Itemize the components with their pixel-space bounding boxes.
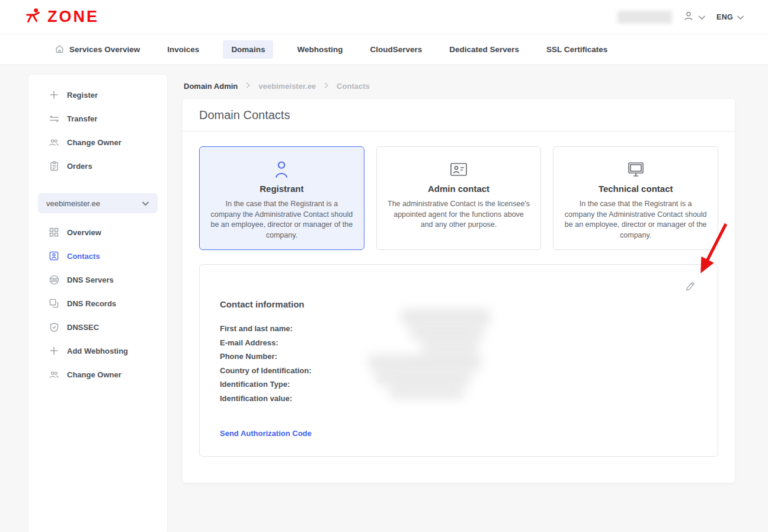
contact-values-redacted xyxy=(369,309,490,400)
sidebar-item-dns-servers[interactable]: DNS DNS Servers xyxy=(28,268,167,291)
domain-contacts-card: Domain Contacts Registrant In the case t… xyxy=(183,99,735,483)
contact-type-title: Registrant xyxy=(210,184,353,194)
svg-text:DNS: DNS xyxy=(51,278,56,281)
nav-label: Webhosting xyxy=(297,45,343,54)
app-header: ZONE ENG xyxy=(0,0,768,34)
sidebar-item-change-owner[interactable]: Change Owner xyxy=(28,130,167,154)
chevron-down-icon xyxy=(142,199,149,208)
contact-type-description: In the case that the Registrant is a com… xyxy=(210,199,353,241)
id-card-icon xyxy=(388,159,530,180)
running-man-icon xyxy=(24,7,43,27)
sidebar-item-label: Contacts xyxy=(67,252,100,261)
sidebar-item-overview[interactable]: Overview xyxy=(28,220,167,244)
contact-type-description: The administrative Contact is the licens… xyxy=(388,199,530,230)
send-authorization-code-link[interactable]: Send Authorization Code xyxy=(220,429,312,438)
language-selector[interactable]: ENG xyxy=(716,12,744,23)
nav-label: Invoices xyxy=(167,45,199,54)
sidebar-item-register[interactable]: Register xyxy=(28,83,167,107)
grid-icon xyxy=(49,227,59,237)
chevron-down-icon xyxy=(737,12,744,23)
nav-ssl-certificates[interactable]: SSL Certificates xyxy=(543,40,611,59)
sidebar-item-label: Overview xyxy=(67,228,101,237)
transfer-icon xyxy=(49,114,59,123)
sidebar-item-add-webhosting[interactable]: Add Webhosting xyxy=(28,339,167,363)
home-icon xyxy=(55,44,65,56)
domain-selector-value: veebimeister.ee xyxy=(46,199,100,208)
monitor-icon xyxy=(564,159,707,180)
user-icon xyxy=(683,10,695,24)
nav-domains[interactable]: Domains xyxy=(223,40,273,59)
contact-type-title: Admin contact xyxy=(388,184,530,194)
shield-check-icon xyxy=(49,322,59,332)
nav-label: CloudServers xyxy=(370,45,422,54)
sidebar-item-label: Change Owner xyxy=(67,370,121,379)
sidebar-item-contacts[interactable]: Contacts xyxy=(28,244,167,268)
sidebar-item-label: Transfer xyxy=(67,114,97,123)
zone-logo[interactable]: ZONE xyxy=(24,7,99,27)
contact-information-panel: Contact information First and last name:… xyxy=(199,264,718,457)
contact-card-icon xyxy=(49,251,59,261)
sidebar-item-dnssec[interactable]: DNSSEC xyxy=(28,315,167,339)
page-title: Domain Contacts xyxy=(183,99,735,132)
contact-type-description: In the case that the Registrant is a com… xyxy=(564,199,707,241)
sidebar-item-label: Change Owner xyxy=(67,138,121,147)
chevron-right-icon xyxy=(324,82,329,91)
contact-type-admin[interactable]: Admin contact The administrative Contact… xyxy=(376,146,542,250)
nav-dedicated-servers[interactable]: Dedicated Servers xyxy=(446,40,523,59)
chevron-down-icon xyxy=(698,12,706,23)
contact-type-title: Technical contact xyxy=(564,184,707,194)
clipboard-icon xyxy=(49,161,59,171)
nav-webhosting[interactable]: Webhosting xyxy=(293,40,346,59)
chevron-right-icon xyxy=(245,82,251,91)
plus-icon xyxy=(49,90,59,100)
logo-wordmark: ZONE xyxy=(47,8,99,26)
edit-pencil-icon[interactable] xyxy=(685,281,695,294)
primary-nav: Services Overview Invoices Domains Webho… xyxy=(0,34,768,65)
sidebar-item-label: DNS Records xyxy=(67,299,116,308)
account-menu[interactable] xyxy=(683,10,706,24)
language-label: ENG xyxy=(716,13,733,21)
nav-label: Services Overview xyxy=(69,45,140,54)
nav-label: SSL Certificates xyxy=(546,45,607,54)
nav-services-overview[interactable]: Services Overview xyxy=(51,39,143,60)
breadcrumb-contacts[interactable]: Contacts xyxy=(337,82,370,91)
people-icon xyxy=(49,370,59,379)
breadcrumb-domain-admin[interactable]: Domain Admin xyxy=(184,82,238,91)
plus-icon xyxy=(49,346,59,355)
nav-label: Domains xyxy=(231,45,265,54)
sidebar-item-change-owner-domain[interactable]: Change Owner xyxy=(28,363,167,386)
sidebar-item-label: DNS Servers xyxy=(67,275,114,284)
sidebar-item-label: DNSSEC xyxy=(67,323,99,332)
nav-invoices[interactable]: Invoices xyxy=(164,40,203,59)
contact-type-technical[interactable]: Technical contact In the case that the R… xyxy=(553,146,718,250)
main-content: Domain Admin veebimeister.ee Contacts Do… xyxy=(183,75,735,483)
breadcrumb-domain[interactable]: veebimeister.ee xyxy=(258,82,316,91)
nav-label: Dedicated Servers xyxy=(449,45,519,54)
sidebar-item-label: Register xyxy=(67,91,98,100)
contact-type-row: Registrant In the case that the Registra… xyxy=(199,146,718,250)
username-redacted xyxy=(617,11,672,24)
sidebar-item-orders[interactable]: Orders xyxy=(28,154,167,178)
domain-sidebar: Register Transfer Change Owner Orders v xyxy=(28,75,167,532)
copy-icon xyxy=(49,299,59,308)
dns-globe-icon: DNS xyxy=(49,275,59,285)
breadcrumb: Domain Admin veebimeister.ee Contacts xyxy=(184,82,735,91)
nav-cloudservers[interactable]: CloudServers xyxy=(366,40,425,59)
sidebar-item-label: Add Webhosting xyxy=(67,347,128,355)
contact-info-title: Contact information xyxy=(220,299,697,309)
sidebar-item-dns-records[interactable]: DNS Records xyxy=(28,291,167,315)
domain-selector[interactable]: veebimeister.ee xyxy=(38,193,158,213)
people-icon xyxy=(49,138,59,147)
sidebar-item-transfer[interactable]: Transfer xyxy=(28,107,167,130)
sidebar-item-label: Orders xyxy=(67,162,92,171)
contact-type-registrant[interactable]: Registrant In the case that the Registra… xyxy=(199,146,364,250)
person-icon xyxy=(210,159,353,180)
